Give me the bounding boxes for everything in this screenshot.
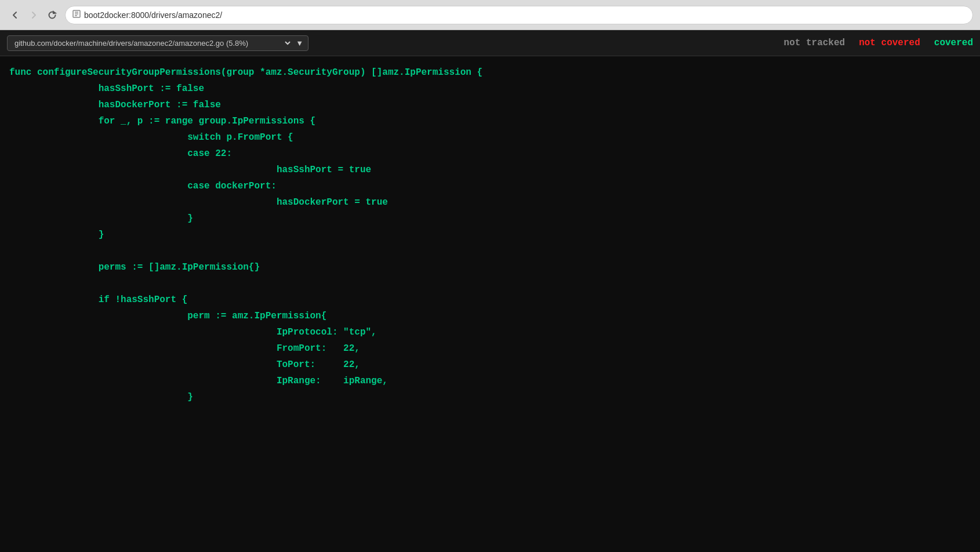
code-line: hasDockerPort := false [0, 98, 980, 114]
file-selector[interactable]: github.com/docker/machine/drivers/amazon… [7, 35, 308, 51]
code-text: perms := []amz.IpPermission{} [0, 260, 269, 275]
code-line: IpProtocol: "tcp", [0, 325, 980, 342]
code-line [0, 277, 980, 293]
code-line: perm := amz.IpPermission{ [0, 309, 980, 325]
code-line: if !hasSshPort { [0, 293, 980, 309]
browser-chrome: boot2docker:8000/drivers/amazonec2/ [0, 0, 980, 30]
code-line: hasSshPort = true [0, 163, 980, 179]
file-dropdown[interactable]: github.com/docker/machine/drivers/amazon… [12, 38, 292, 48]
code-text: for _, p := range group.IpPermissions { [0, 114, 325, 129]
code-line: ToPort: 22, [0, 358, 980, 374]
svg-marker-0 [53, 12, 56, 13]
coverage-legend: not tracked not covered covered [784, 38, 973, 48]
code-text: hasSshPort := false [0, 82, 213, 96]
code-text: func configureSecurityGroupPermissions(g… [0, 66, 492, 80]
page-icon [72, 10, 81, 20]
code-line: } [0, 390, 980, 406]
code-text: case dockerPort: [0, 179, 286, 194]
code-text: ToPort: 22, [0, 358, 369, 372]
forward-button[interactable] [26, 7, 42, 23]
legend-covered: covered [934, 38, 973, 48]
address-bar[interactable]: boot2docker:8000/drivers/amazonec2/ [65, 6, 973, 24]
code-text: hasDockerPort := false [0, 98, 230, 112]
code-text: IpRange: ipRange, [0, 374, 397, 388]
code-line [0, 244, 980, 260]
code-text: if !hasSshPort { [0, 293, 197, 307]
code-line: IpRange: ipRange, [0, 374, 980, 390]
code-text: } [0, 390, 202, 405]
url-text: boot2docker:8000/drivers/amazonec2/ [84, 10, 966, 20]
code-line: } [0, 212, 980, 228]
reload-button[interactable] [44, 7, 60, 23]
nav-buttons [7, 7, 60, 23]
code-line: case dockerPort: [0, 179, 980, 195]
code-text: IpProtocol: "tcp", [0, 325, 386, 340]
code-line: func configureSecurityGroupPermissions(g… [0, 66, 980, 82]
legend-not-tracked: not tracked [784, 38, 845, 48]
code-line: switch p.FromPort { [0, 130, 980, 147]
code-text: switch p.FromPort { [0, 130, 303, 145]
legend-not-covered: not covered [859, 38, 920, 48]
dropdown-arrow-icon: ▼ [296, 39, 303, 48]
code-line: } [0, 228, 980, 244]
back-button[interactable] [7, 7, 23, 23]
code-text: case 22: [0, 147, 241, 161]
code-text: hasSshPort = true [0, 163, 380, 177]
code-line: FromPort: 22, [0, 342, 980, 358]
code-line: perms := []amz.IpPermission{} [0, 260, 980, 277]
code-line: for _, p := range group.IpPermissions { [0, 114, 980, 130]
code-line: hasSshPort := false [0, 82, 980, 98]
code-line: case 22: [0, 147, 980, 163]
code-text: perm := amz.IpPermission{ [0, 309, 336, 324]
code-text: FromPort: 22, [0, 342, 369, 356]
toolbar: github.com/docker/machine/drivers/amazon… [0, 30, 980, 56]
code-text: } [0, 212, 202, 226]
code-area: func configureSecurityGroupPermissions(g… [0, 56, 980, 552]
code-line: hasDockerPort = true [0, 195, 980, 212]
code-text: hasDockerPort = true [0, 195, 397, 210]
code-text: } [0, 228, 113, 242]
